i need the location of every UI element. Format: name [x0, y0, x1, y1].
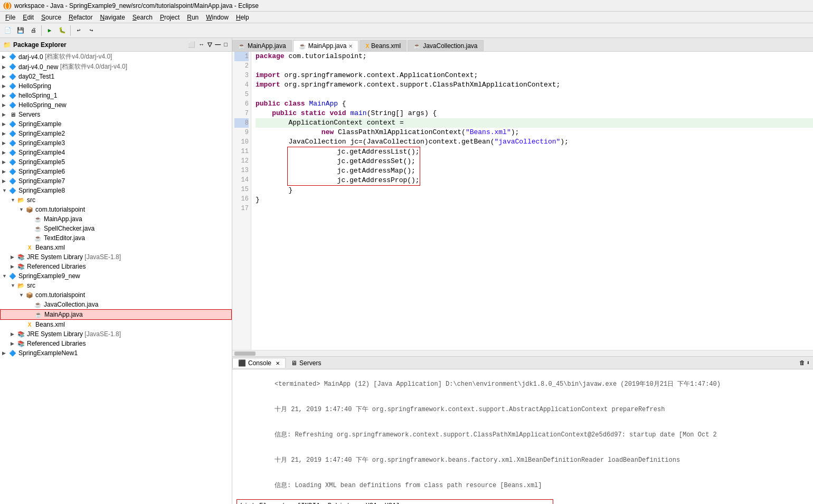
tab-javacollection[interactable]: ☕ JavaCollection.java	[408, 40, 483, 51]
icon-springexample6: 🔷	[8, 167, 17, 176]
code-line-7: public static void main(String[] args) {	[256, 109, 813, 118]
icon-jre9: 📚	[17, 330, 25, 338]
tree-item-springexample[interactable]: ▶ 🔷 SpringExample	[0, 119, 232, 129]
menu-item-project[interactable]: Project	[157, 13, 183, 22]
tab-icon-mainapp1: ☕	[238, 43, 245, 50]
tree-item-mainapp8[interactable]: ☕ MainApp.java	[0, 214, 232, 224]
menu-item-search[interactable]: Search	[129, 13, 156, 22]
tree-item-javacollection[interactable]: ☕ JavaCollection.java	[0, 300, 232, 309]
menu-item-window[interactable]: Window	[203, 13, 232, 22]
tree-item-jre8[interactable]: ▶ 📚 JRE System Library [JavaSE-1.8]	[0, 252, 232, 262]
code-line-15: }	[256, 186, 813, 195]
console-close[interactable]: ✕	[276, 360, 280, 366]
icon-reflibs8: 📚	[17, 262, 25, 271]
menu-item-navigate[interactable]: Navigate	[97, 13, 128, 22]
tree-item-pkg9[interactable]: ▼ 📦 com.tutorialspoint	[0, 290, 232, 300]
hscroll-bar[interactable]	[232, 350, 813, 356]
tab-label-mainapp2: MainApp.java	[308, 42, 347, 50]
tree-item-springexample2[interactable]: ▶ 🔷 SpringExample2	[0, 129, 232, 138]
tree-item-texteditor[interactable]: ☕ TextEditor.java	[0, 233, 232, 243]
tree-item-jre9[interactable]: ▶ 📚 JRE System Library [JavaSE-1.8]	[0, 329, 232, 339]
editor-tabs: ☕ MainApp.java ☕ MainApp.java ✕ X Beans.…	[232, 38, 813, 52]
tree-item-src8[interactable]: ▼ 📂 src	[0, 195, 232, 205]
tree-item-springexamplenew1[interactable]: ▶ 🔷 SpringExampleNew1	[0, 348, 232, 358]
console-clear-btn[interactable]: 🗑	[799, 359, 805, 366]
tab-beansxml[interactable]: X Beans.xml	[360, 40, 406, 51]
icon-hellospring: 🔷	[8, 82, 17, 90]
package-explorer-title: Package Explorer	[13, 41, 67, 49]
tree-item-reflibs8[interactable]: ▶ 📚 Referenced Libraries	[0, 262, 232, 271]
tree-item-springexample5[interactable]: ▶ 🔷 SpringExample5	[0, 157, 232, 167]
arrow-pkg9: ▼	[19, 292, 25, 298]
tree-item-springexample8[interactable]: ▼ 🔷 SpringExample8	[0, 186, 232, 195]
tree-item-servers[interactable]: ▶ 🖥 Servers	[0, 110, 232, 119]
toolbar: 📄 💾 🖨 ▶ 🐛 ↩ ↪	[0, 23, 813, 38]
tree-item-hellospring[interactable]: ▶ 🔷 HelloSpring	[0, 81, 232, 91]
arrow-springexample: ▶	[2, 121, 8, 127]
pe-min-icon[interactable]: —	[214, 40, 222, 49]
pe-sync-icon[interactable]: ↔	[197, 40, 205, 49]
package-explorer: 📁 Package Explorer ⬜ ↔ ▽ — □ ▶ 🔷 darj-v4…	[0, 38, 232, 504]
arrow-mainapp9	[28, 312, 34, 317]
tree-item-darj-new[interactable]: ▶ 🔷 darj-v4.0_new [档案软件v4.0/darj-v4.0]	[0, 62, 232, 72]
tree-item-day02[interactable]: ▶ 🔷 day02_Test1	[0, 72, 232, 81]
redo-btn[interactable]: ↪	[86, 25, 97, 36]
pe-menu-icon[interactable]: ▽	[206, 40, 213, 49]
tree-item-beans8[interactable]: X Beans.xml	[0, 243, 232, 252]
icon-mainapp8: ☕	[34, 215, 42, 223]
run-btn[interactable]: ▶	[44, 25, 55, 36]
title-bar: workspace - Java - SpringExample9_new/sr…	[0, 0, 813, 12]
arrow-beans8	[19, 245, 25, 250]
tree-item-mainapp9[interactable]: ☕ MainApp.java	[0, 309, 232, 320]
print-btn[interactable]: 🖨	[27, 25, 39, 36]
package-explorer-icon: 📁	[3, 41, 11, 49]
console-icon: ⬛	[238, 359, 246, 367]
main-layout: 📁 Package Explorer ⬜ ↔ ▽ — □ ▶ 🔷 darj-v4…	[0, 38, 813, 504]
tree-item-darj[interactable]: ▶ 🔷 darj-v4.0 [档案软件v4.0/darj-v4.0]	[0, 52, 232, 62]
debug-btn[interactable]: 🐛	[56, 25, 68, 36]
undo-btn[interactable]: ↩	[73, 25, 84, 36]
tree-item-hellospringnew[interactable]: ▶ 🔷 HelloSpring_new	[0, 100, 232, 110]
menu-item-help[interactable]: Help	[233, 13, 252, 22]
menu-item-refactor[interactable]: Refactor	[65, 13, 96, 22]
tree-item-springexample9[interactable]: ▼ 🔷 SpringExample9_new	[0, 271, 232, 281]
tree-item-springexample4[interactable]: ▶ 🔷 SpringExample4	[0, 148, 232, 157]
pe-tree: ▶ 🔷 darj-v4.0 [档案软件v4.0/darj-v4.0] ▶ 🔷 d…	[0, 52, 232, 504]
icon-jre8: 📚	[17, 253, 25, 261]
arrow-hellospringnew: ▶	[2, 102, 8, 108]
tab-console[interactable]: ⬛ Console ✕	[232, 358, 286, 368]
tree-item-springexample6[interactable]: ▶ 🔷 SpringExample6	[0, 167, 232, 176]
arrow-springexamplenew1: ▶	[2, 350, 8, 356]
menu-item-run[interactable]: Run	[184, 13, 202, 22]
icon-springexample5: 🔷	[8, 158, 17, 166]
tree-item-reflibs9[interactable]: ▶ 📚 Referenced Libraries	[0, 339, 232, 348]
code-line-13: jc.getAddressMap();	[288, 166, 420, 176]
tab-close-mainapp2[interactable]: ✕	[348, 43, 353, 49]
menu-item-source[interactable]: Source	[38, 13, 64, 22]
pe-max-icon[interactable]: □	[223, 40, 229, 49]
menu-item-edit[interactable]: Edit	[20, 13, 37, 22]
tree-item-spellchecker[interactable]: ☕ SpellChecker.java	[0, 224, 232, 233]
tree-item-hellospring1[interactable]: ▶ 🔷 helloSpring_1	[0, 91, 232, 100]
tree-item-springexample7[interactable]: ▶ 🔷 SpringExample7	[0, 176, 232, 186]
tree-item-springexample3[interactable]: ▶ 🔷 SpringExample3	[0, 138, 232, 148]
save-btn[interactable]: 💾	[15, 25, 26, 36]
arrow-springexample6: ▶	[2, 169, 8, 174]
new-btn[interactable]: 📄	[2, 25, 14, 36]
console-scroll-btn[interactable]: ⬇	[806, 359, 810, 366]
menu-item-file[interactable]: File	[2, 13, 18, 22]
tab-mainapp2[interactable]: ☕ MainApp.java ✕	[293, 40, 359, 52]
tab-mainapp1[interactable]: ☕ MainApp.java	[232, 40, 292, 51]
arrow-texteditor	[27, 235, 34, 241]
pe-header-icons: ⬜ ↔ ▽ — □	[187, 40, 229, 49]
tab-servers[interactable]: 🖥 Servers	[286, 358, 326, 368]
tree-item-pkg8[interactable]: ▼ 📦 com.tutorialspoint	[0, 205, 232, 214]
tree-item-beans9[interactable]: X Beans.xml	[0, 320, 232, 329]
pe-collapse-icon[interactable]: ⬜	[187, 40, 196, 49]
line-numbers: 1 2 3 4 5 6 7 8 9 10 11 12 13 14 15 16 1	[232, 52, 251, 350]
arrow-springexample8: ▼	[2, 188, 8, 193]
icon-hellospring1: 🔷	[8, 91, 17, 100]
code-editor[interactable]: 1 2 3 4 5 6 7 8 9 10 11 12 13 14 15 16 1	[232, 52, 813, 356]
tree-item-src9[interactable]: ▼ 📂 src	[0, 281, 232, 290]
icon-darj: 🔷	[8, 53, 17, 61]
